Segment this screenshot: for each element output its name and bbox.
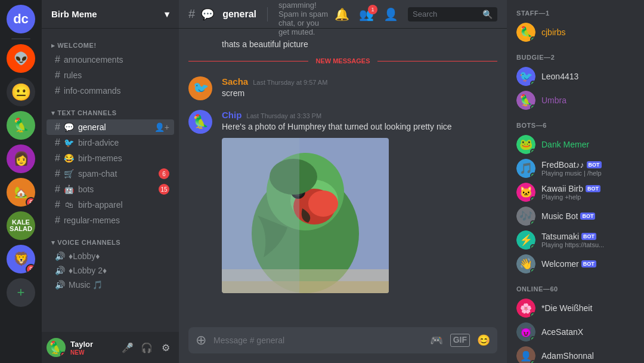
section-header: ONLINE—60 <box>512 285 639 296</box>
deafen-button[interactable]: 🎧 <box>138 339 155 356</box>
notification-badge: 1 <box>368 5 377 14</box>
member-name: Tatsumaki <box>541 232 579 241</box>
add-attachment-button[interactable]: ⊕ <box>196 333 206 348</box>
member-die-weissheit[interactable]: 🌸 *Die Weißheit <box>512 296 639 320</box>
channel-regular-memes[interactable]: # regular-memes <box>47 213 174 228</box>
section-header-text[interactable]: ▾ TEXT CHANNELS <box>42 101 179 119</box>
server-icon-badge6[interactable]: 🏡 6 <box>7 178 35 207</box>
member-umbra[interactable]: 🦜 Umbra <box>512 88 639 112</box>
channel-header: # 💬 general Be nice! No spamming! Spam i… <box>179 0 507 29</box>
channel-music[interactable]: 🔊 Music 🎵 <box>47 278 174 292</box>
search-input[interactable] <box>413 10 479 19</box>
members-section-online: ONLINE—60 🌸 *Die Weißheit 😈 AceSatanX 👤 <box>512 285 639 363</box>
channel-lobby2[interactable]: 🔊 ♦Lobby 2♦ <box>47 263 174 278</box>
mute-button[interactable]: 🎤 <box>119 339 136 356</box>
channel-prefix-icon: # <box>55 168 60 179</box>
member-fredboat[interactable]: 🎵 FredBoat♪♪ BOT Playing music | /help <box>512 156 639 180</box>
message-content: Chip Last Thursday at 3:33 PM Here's a p… <box>222 110 497 293</box>
server-icon-girl[interactable]: 👩 <box>7 144 35 173</box>
channel-info-commands[interactable]: # info-commands <box>47 83 174 99</box>
message-row: 🦜 Chip Last Thursday at 3:33 PM Here's a… <box>179 105 507 298</box>
members-section-bots: BOTS—6 🐸 Dank Memer 🎵 FredBoat♪♪ BOT <box>512 122 639 276</box>
members-icon[interactable]: 👤 <box>383 7 398 21</box>
channel-emoji-icon: 💬 <box>64 122 75 133</box>
channel-spam-chat[interactable]: # 🛒 spam-chat 6 <box>47 166 174 182</box>
member-adamshonnal[interactable]: 👤 AdamShonnal <box>512 344 639 363</box>
member-avatar: 🦜 <box>516 91 535 110</box>
member-tatsumaki[interactable]: ⚡ Tatsumaki BOT Playing https://tatsu... <box>512 228 639 252</box>
member-welcomer[interactable]: 👋 Welcomer BOT <box>512 252 639 276</box>
channel-prefix-icon: # <box>55 122 60 133</box>
server-icon-add[interactable]: + <box>7 278 35 307</box>
member-cjbirbs[interactable]: 🦜 cjbirbs <box>512 20 639 44</box>
gif-icon[interactable]: GIF <box>450 334 470 347</box>
member-status-indicator <box>530 312 535 318</box>
member-name: cjbirbs <box>541 27 634 37</box>
notification-icon[interactable]: 👥 1 <box>359 7 374 21</box>
server-icon-discord[interactable]: dc <box>7 5 35 33</box>
server-icon-kale[interactable]: KALESALAD <box>7 211 35 240</box>
members-section-budgie: BUDGIE—2 🐦 Leon4413 🦜 Umbra <box>512 54 639 112</box>
image-placeholder <box>222 138 389 293</box>
search-box[interactable]: 🔍 <box>408 7 497 21</box>
message-header: Sacha Last Thursday at 9:57 AM <box>222 76 497 87</box>
message-content: Sacha Last Thursday at 9:57 AM screm <box>222 76 497 100</box>
svg-rect-12 <box>222 138 299 293</box>
member-status-indicator <box>530 336 535 342</box>
member-name-row: Kawaii Birb BOT <box>541 184 634 193</box>
member-avatar: 🐱 <box>516 183 535 202</box>
settings-button[interactable]: ⚙ <box>157 339 174 356</box>
message-input-area: ⊕ 🎮 GIF 😊 <box>179 327 507 363</box>
channel-bird-advice[interactable]: # 🐦 bird-advice <box>47 135 174 150</box>
section-header-voice[interactable]: ▾ VOICE CHANNELS <box>42 230 179 249</box>
emoji-icon[interactable]: 😊 <box>477 334 490 347</box>
svg-point-5 <box>308 190 338 217</box>
channel-announcements[interactable]: # announcements <box>47 52 174 67</box>
member-avatar: 🎶 <box>516 207 535 226</box>
add-member-icon[interactable]: 👤+ <box>154 122 169 132</box>
server-name-bar[interactable]: Birb Meme ▾ <box>42 0 179 29</box>
channel-name: ♦Lobby♦ <box>69 251 169 261</box>
channel-birb-memes[interactable]: # 😂 birb-memes <box>47 150 174 166</box>
channel-name: bird-advice <box>78 138 169 147</box>
member-avatar: 🎵 <box>516 159 535 178</box>
channel-lobby[interactable]: 🔊 ♦Lobby♦ <box>47 249 174 263</box>
channel-prefix-icon: # <box>55 70 60 81</box>
member-kawaii-birb[interactable]: 🐱 Kawaii Birb BOT Playing +help <box>512 180 639 204</box>
user-controls: 🎤 🎧 ⚙ <box>119 339 174 356</box>
message-row: 🐦 Sacha Last Thursday at 9:57 AM screm <box>179 72 507 105</box>
channel-prefix-icon: # <box>55 137 60 148</box>
member-info: cjbirbs <box>541 27 634 37</box>
server-icon-face[interactable]: 😐 <box>7 78 35 106</box>
server-icon-parrot[interactable]: 🦜 <box>7 111 35 140</box>
channel-bots[interactable]: # 🤖 bots 15 <box>47 182 174 197</box>
message-avatar: 🦜 <box>188 110 212 134</box>
server-icon-badge9[interactable]: 🦁 9 <box>7 245 35 273</box>
member-leon4413[interactable]: 🐦 Leon4413 <box>512 64 639 88</box>
member-avatar: ⚡ <box>516 230 535 250</box>
bell-icon[interactable]: 🔔 <box>335 7 349 21</box>
member-info: AceSatanX <box>541 327 634 337</box>
channel-rules[interactable]: # rules <box>47 67 174 83</box>
server-icon-reddit[interactable]: 👽 <box>7 44 35 73</box>
channel-hash-icon: # <box>188 7 195 21</box>
member-name: Music Bot <box>541 211 578 221</box>
message-input[interactable] <box>213 336 423 345</box>
member-info: Music Bot BOT <box>541 211 634 221</box>
channel-general[interactable]: # 💬 general 👤+ <box>47 119 174 135</box>
member-music-bot[interactable]: 🎶 Music Bot BOT <box>512 204 639 228</box>
bot-badge: BOT <box>586 185 600 192</box>
member-avatar: 🌸 <box>516 299 535 318</box>
member-name-row: Music Bot BOT <box>541 211 634 221</box>
header-actions: 🔔 👥 1 👤 🔍 <box>335 7 497 21</box>
member-dank-memer[interactable]: 🐸 Dank Memer <box>512 133 639 156</box>
member-acesatanx[interactable]: 😈 AceSatanX <box>512 320 639 344</box>
member-name-row: Dank Memer <box>541 140 634 149</box>
nitro-icon[interactable]: 🎮 <box>430 334 443 347</box>
section-header-welcome[interactable]: ▸ WELCOME! <box>42 33 179 52</box>
channel-name: regular-memes <box>64 216 169 225</box>
member-name: AdamShonnal <box>541 351 634 361</box>
voice-channel-icon: 🔊 <box>55 280 65 290</box>
channel-birb-apparel[interactable]: # 🛍 birb-apparel <box>47 197 174 213</box>
section-header: BOTS—6 <box>512 122 639 133</box>
